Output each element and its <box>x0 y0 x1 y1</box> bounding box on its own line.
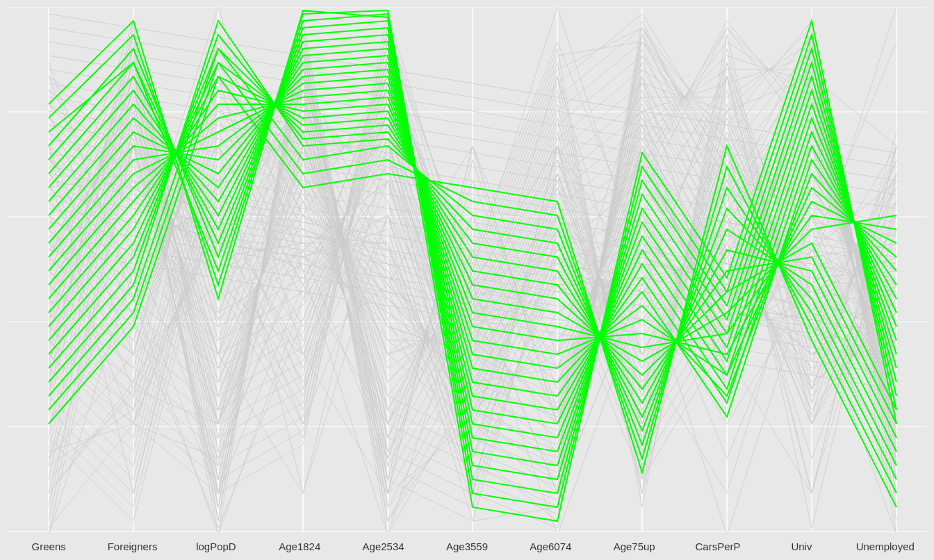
parallel-coordinates-chart <box>7 7 927 532</box>
axis-label-logpopd: logPopD <box>174 541 258 552</box>
axis-label-foreigners: Foreigners <box>90 541 174 552</box>
axis-label-age1824: Age1824 <box>258 541 341 552</box>
chart-container: Greens Foreigners logPopD Age1824 Age253… <box>0 0 934 560</box>
chart-area <box>7 7 927 532</box>
axis-labels-container: Greens Foreigners logPopD Age1824 Age253… <box>7 532 927 560</box>
axis-label-age2534: Age2534 <box>341 541 425 552</box>
axis-label-age3559: Age3559 <box>425 541 509 552</box>
axis-label-unemployed: Unemployed <box>844 541 927 552</box>
axis-label-greens: Greens <box>7 541 90 552</box>
axis-label-age6074: Age6074 <box>509 541 592 552</box>
axis-label-age75up: Age75up <box>593 541 676 552</box>
axis-label-carsperp: CarsPerP <box>676 541 760 552</box>
axis-label-univ: Univ <box>760 541 843 552</box>
